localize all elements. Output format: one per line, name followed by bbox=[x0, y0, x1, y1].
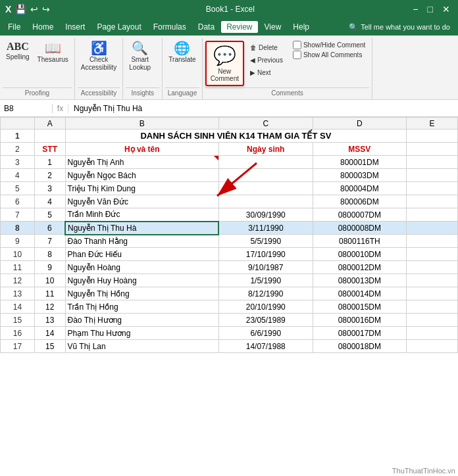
formula-content[interactable]: Nguyễn Thị Thu Hà bbox=[68, 104, 458, 113]
cell-d14[interactable]: 0800015DM bbox=[313, 300, 407, 314]
cell-b13[interactable]: Nguyễn Thị Hồng bbox=[65, 287, 218, 300]
undo-icon[interactable]: ↩ bbox=[30, 4, 38, 14]
cell-b12[interactable]: Nguyễn Huy Hoàng bbox=[65, 274, 218, 287]
cell-c6[interactable] bbox=[218, 195, 313, 208]
col-header-b[interactable]: B bbox=[65, 118, 218, 130]
cell-b10[interactable]: Phan Đức Hiếu bbox=[65, 248, 218, 261]
cell-c16[interactable]: 6/6/1990 bbox=[218, 327, 313, 340]
cell-c12[interactable]: 1/5/1990 bbox=[218, 274, 313, 287]
cell-a11[interactable]: 9 bbox=[34, 261, 65, 274]
menu-home[interactable]: Home bbox=[27, 21, 59, 33]
tell-me-box[interactable]: 🔍 Tell me what you want to do bbox=[344, 22, 455, 33]
cell-a14[interactable]: 12 bbox=[34, 300, 65, 314]
save-icon[interactable]: 💾 bbox=[15, 4, 26, 14]
cell-d3[interactable]: 800001DM bbox=[313, 156, 407, 169]
cell-a4[interactable]: 2 bbox=[34, 169, 65, 182]
redo-icon[interactable]: ↪ bbox=[42, 4, 50, 14]
minimize-button[interactable]: − bbox=[410, 4, 420, 14]
cell-e1[interactable] bbox=[407, 130, 458, 143]
cell-e8[interactable] bbox=[407, 222, 458, 235]
cell-d11[interactable]: 0800012DM bbox=[313, 261, 407, 274]
cell-c10[interactable]: 17/10/1990 bbox=[218, 248, 313, 261]
cell-a15[interactable]: 13 bbox=[34, 314, 65, 327]
cell-c11[interactable]: 9/10/1987 bbox=[218, 261, 313, 274]
cell-e11[interactable] bbox=[407, 261, 458, 274]
cell-d15[interactable]: 0800016DM bbox=[313, 314, 407, 327]
cell-b14[interactable]: Trần Thị Hồng bbox=[65, 300, 218, 314]
cell-a12[interactable]: 10 bbox=[34, 274, 65, 287]
cell-e16[interactable] bbox=[407, 327, 458, 340]
cell-b8[interactable]: Nguyễn Thị Thu Hà bbox=[65, 222, 218, 235]
cell-a8[interactable]: 6 bbox=[34, 222, 65, 235]
cell-d13[interactable]: 0800014DM bbox=[313, 287, 407, 300]
col-header-d[interactable]: D bbox=[313, 118, 407, 130]
cell-d16[interactable]: 0800017DM bbox=[313, 327, 407, 340]
cell-d5[interactable]: 800004DM bbox=[313, 182, 407, 195]
cell-d12[interactable]: 0800013DM bbox=[313, 274, 407, 287]
cell-a13[interactable]: 11 bbox=[34, 287, 65, 300]
cell-d8[interactable]: 0800008DM bbox=[313, 222, 407, 235]
cell-b9[interactable]: Đào Thanh Hằng bbox=[65, 235, 218, 248]
show-all-comments-checkbox[interactable]: Show All Comments bbox=[293, 51, 365, 59]
check-accessibility-button[interactable]: ♿ Check Accessibility bbox=[78, 39, 120, 74]
cell-d9[interactable]: 0800116TH bbox=[313, 235, 407, 248]
cell-d6[interactable]: 800006DM bbox=[313, 195, 407, 208]
cell-e6[interactable] bbox=[407, 195, 458, 208]
cell-d7[interactable]: 0800007DM bbox=[313, 208, 407, 222]
cell-b17[interactable]: Vũ Thị Lan bbox=[65, 340, 218, 353]
menu-view[interactable]: View bbox=[259, 21, 287, 33]
col-header-a[interactable]: A bbox=[34, 118, 65, 130]
translate-button[interactable]: 🌐 Translate bbox=[165, 39, 199, 66]
col-header-c[interactable]: C bbox=[218, 118, 313, 130]
cell-c17[interactable]: 14/07/1988 bbox=[218, 340, 313, 353]
show-all-comments-input[interactable] bbox=[293, 51, 301, 59]
cell-c3[interactable]: Admin: Biết hát và hát rất hay. bbox=[218, 156, 313, 169]
close-button[interactable]: ✕ bbox=[440, 4, 453, 14]
menu-help[interactable]: Help bbox=[288, 21, 315, 33]
cell-a6[interactable]: 4 bbox=[34, 195, 65, 208]
cell-c5[interactable] bbox=[218, 182, 313, 195]
menu-review[interactable]: Review bbox=[221, 21, 257, 33]
cell-b4[interactable]: Nguyễn Ngọc Bách bbox=[65, 169, 218, 182]
cell-b11[interactable]: Nguyễn Hoàng bbox=[65, 261, 218, 274]
thesaurus-button[interactable]: 📖 Thesaurus bbox=[34, 39, 72, 66]
cell-d17[interactable]: 0800018DM bbox=[313, 340, 407, 353]
cell-c14[interactable]: 20/10/1990 bbox=[218, 300, 313, 314]
menu-data[interactable]: Data bbox=[193, 21, 220, 33]
cell-e7[interactable] bbox=[407, 208, 458, 222]
cell-e14[interactable] bbox=[407, 300, 458, 314]
maximize-button[interactable]: □ bbox=[425, 4, 436, 14]
cell-a1[interactable] bbox=[34, 130, 65, 143]
cell-a7[interactable]: 5 bbox=[34, 208, 65, 222]
menu-page-layout[interactable]: Page Layout bbox=[91, 21, 146, 33]
cell-a10[interactable]: 8 bbox=[34, 248, 65, 261]
cell-e2[interactable] bbox=[407, 143, 458, 156]
cell-c2[interactable]: Ngày sinh bbox=[218, 143, 313, 156]
cell-b7[interactable]: Trần Minh Đức bbox=[65, 208, 218, 222]
cell-d2[interactable]: MSSV bbox=[313, 143, 407, 156]
menu-file[interactable]: File bbox=[3, 21, 26, 33]
cell-a5[interactable]: 3 bbox=[34, 182, 65, 195]
cell-e13[interactable] bbox=[407, 287, 458, 300]
show-hide-comment-input[interactable] bbox=[293, 41, 301, 49]
cell-e9[interactable] bbox=[407, 235, 458, 248]
cell-c9[interactable]: 5/5/1990 bbox=[218, 235, 313, 248]
cell-d4[interactable]: 800003DM bbox=[313, 169, 407, 182]
smart-lookup-button[interactable]: 🔍 Smart Lookup bbox=[126, 39, 154, 74]
cell-b3[interactable]: Nguyễn Thị Anh bbox=[65, 156, 218, 169]
cell-c15[interactable]: 23/05/1989 bbox=[218, 314, 313, 327]
next-comment-button[interactable]: ▶ Next bbox=[247, 67, 286, 78]
cell-e17[interactable] bbox=[407, 340, 458, 353]
cell-b15[interactable]: Đào Thị Hương bbox=[65, 314, 218, 327]
cell-a16[interactable]: 14 bbox=[34, 327, 65, 340]
cell-a9[interactable]: 7 bbox=[34, 235, 65, 248]
menu-formulas[interactable]: Formulas bbox=[148, 21, 191, 33]
cell-e3[interactable] bbox=[407, 156, 458, 169]
delete-comment-button[interactable]: 🗑 Delete bbox=[247, 42, 286, 53]
cell-a17[interactable]: 15 bbox=[34, 340, 65, 353]
menu-insert[interactable]: Insert bbox=[60, 21, 90, 33]
cell-b1[interactable]: DANH SÁCH SINH VIÊN K14 THAM GIA TẾT SV bbox=[65, 130, 407, 143]
cell-b16[interactable]: Phạm Thu Hương bbox=[65, 327, 218, 340]
col-header-e[interactable]: E bbox=[407, 118, 458, 130]
cell-e15[interactable] bbox=[407, 314, 458, 327]
